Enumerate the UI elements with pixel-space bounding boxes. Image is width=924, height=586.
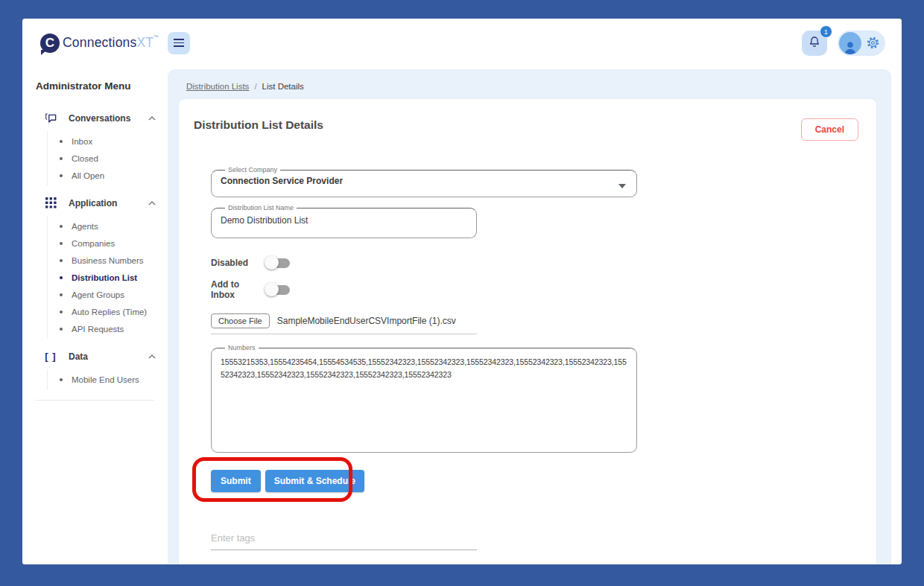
sidebar-header-conversations[interactable]: Conversations	[36, 106, 168, 130]
tags-input[interactable]	[211, 529, 477, 550]
chevron-up-icon	[148, 201, 156, 206]
add-to-inbox-toggle-label: Add to Inbox	[211, 279, 265, 300]
submit-button[interactable]: Submit	[211, 470, 261, 492]
bullet-icon	[60, 293, 63, 296]
sidebar-header-application[interactable]: Application	[36, 191, 168, 214]
list-name-field[interactable]: Distribution List Name Demo Distribution…	[211, 204, 477, 238]
sidebar-items-application: Agents Companies Business Numbers Distri…	[47, 216, 168, 339]
add-to-inbox-toggle-row: Add to Inbox	[211, 276, 858, 303]
sidebar-item-inbox[interactable]: Inbox	[48, 133, 168, 150]
bullet-icon	[60, 328, 63, 331]
main-content: Distribution Lists / List Details Distri…	[168, 69, 891, 564]
menu-toggle-button[interactable]	[168, 32, 190, 54]
breadcrumb-link-distribution-lists[interactable]: Distribution Lists	[186, 82, 249, 91]
sidebar-divider	[36, 400, 154, 401]
submit-and-schedule-button[interactable]: Submit & Schedule	[265, 470, 364, 492]
numbers-label: Numbers	[225, 344, 259, 351]
app-logo[interactable]: C Connections XT ™	[40, 34, 159, 53]
distribution-list-form: Select Company Connection Service Provid…	[211, 166, 858, 564]
sidebar-section-label: Application	[69, 198, 117, 208]
sidebar-section-data: [ ] Data Mobile End Users	[36, 345, 168, 389]
sidebar-section-conversations: Conversations Inbox Closed All Open	[36, 106, 168, 185]
header-actions: 1	[802, 31, 885, 56]
logo-text-accent: XT	[136, 35, 153, 51]
file-upload-row: Choose File SampleMobileEndUserCSVImport…	[211, 313, 477, 334]
bullet-icon	[60, 242, 63, 245]
admin-sidebar: Administrator Menu Conversations	[22, 67, 168, 564]
company-select[interactable]: Select Company Connection Service Provid…	[211, 166, 637, 197]
grid-icon	[43, 197, 58, 208]
bell-icon	[808, 35, 821, 51]
user-settings-pill	[838, 31, 885, 56]
bullet-icon	[60, 174, 63, 177]
logo-text: Connections	[63, 35, 136, 51]
logo-letter: C	[45, 36, 54, 51]
chevron-up-icon	[148, 116, 156, 121]
logo-trademark: ™	[154, 34, 159, 39]
sidebar-title: Administrator Menu	[36, 80, 168, 92]
disabled-toggle-row: Disabled	[211, 249, 858, 276]
list-name-value: Demo Distribution List	[221, 215, 467, 226]
notifications-button[interactable]: 1	[802, 31, 827, 56]
sidebar-item-agent-groups[interactable]: Agent Groups	[48, 286, 168, 303]
user-avatar[interactable]	[839, 32, 861, 54]
sidebar-item-api-requests[interactable]: API Requests	[48, 320, 168, 337]
choose-file-button[interactable]: Choose File	[211, 313, 270, 328]
sidebar-items-conversations: Inbox Closed All Open	[47, 131, 168, 185]
numbers-textarea[interactable]: Numbers 15553215353,15554235454,15554534…	[211, 344, 637, 453]
sidebar-item-distribution-list[interactable]: Distribution List	[48, 269, 168, 286]
sidebar-header-data[interactable]: [ ] Data	[36, 345, 168, 368]
bullet-icon	[60, 378, 63, 381]
sidebar-items-data: Mobile End Users	[47, 369, 168, 389]
sidebar-section-label: Conversations	[69, 113, 130, 124]
sidebar-item-mobile-end-users[interactable]: Mobile End Users	[48, 371, 168, 388]
sidebar-item-all-open[interactable]: All Open	[48, 167, 168, 184]
breadcrumb-current: List Details	[262, 82, 304, 91]
sidebar-item-closed[interactable]: Closed	[48, 150, 168, 167]
breadcrumb-separator: /	[254, 82, 256, 91]
sidebar-item-auto-replies[interactable]: Auto Replies (Time)	[48, 303, 168, 320]
numbers-value: 15553215353,15554235454,15554534535,1555…	[221, 356, 627, 382]
sidebar-section-label: Data	[69, 351, 88, 362]
breadcrumb: Distribution Lists / List Details	[168, 69, 891, 91]
bullet-icon	[60, 225, 63, 228]
chevron-down-icon	[618, 184, 626, 188]
disabled-toggle[interactable]	[265, 255, 294, 270]
cancel-button[interactable]: Cancel	[801, 118, 858, 141]
brackets-icon: [ ]	[43, 351, 58, 362]
add-to-inbox-toggle[interactable]	[265, 282, 294, 297]
submit-button-row: Submit Submit & Schedule	[211, 470, 364, 492]
bullet-icon	[60, 140, 63, 143]
selected-file-name: SampleMobileEndUserCSVImportFile (1).csv	[277, 316, 456, 326]
chevron-up-icon	[148, 354, 156, 359]
notification-count-badge: 1	[820, 25, 832, 38]
bullet-icon	[60, 259, 63, 262]
company-select-label: Select Company	[225, 166, 280, 173]
top-header: C Connections XT ™ 1	[22, 19, 902, 67]
company-select-value: Connection Service Provider	[221, 176, 627, 186]
sidebar-item-business-numbers[interactable]: Business Numbers	[48, 252, 168, 269]
disabled-toggle-label: Disabled	[211, 258, 265, 268]
sidebar-item-companies[interactable]: Companies	[48, 235, 168, 252]
list-name-label: Distribution List Name	[225, 204, 297, 211]
chat-icon	[43, 112, 58, 124]
bullet-icon	[60, 276, 63, 279]
details-card: Distribution List Details Cancel Select …	[179, 99, 876, 564]
bullet-icon	[60, 157, 63, 160]
sidebar-section-application: Application Agents Companies Business N	[36, 191, 168, 339]
bullet-icon	[60, 310, 63, 313]
sidebar-item-agents[interactable]: Agents	[48, 217, 168, 235]
app-window: C Connections XT ™ 1	[22, 19, 902, 564]
logo-c-icon: C	[40, 34, 60, 53]
page-title: Distribution List Details	[194, 118, 323, 132]
gear-icon[interactable]	[864, 35, 881, 51]
